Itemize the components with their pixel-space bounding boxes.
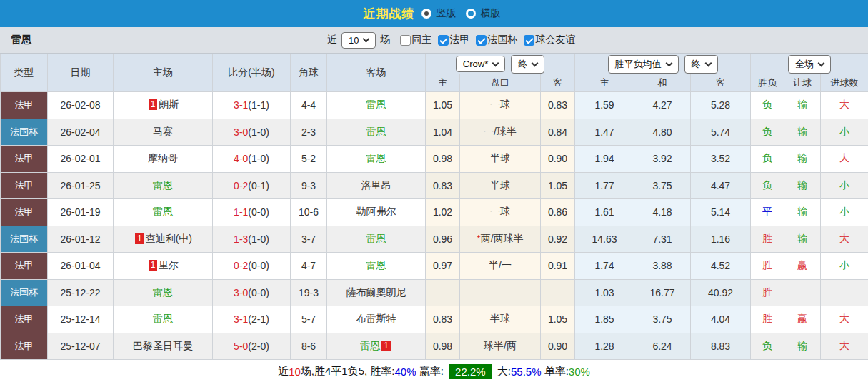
halftime-score: (0-0)	[248, 260, 269, 271]
subheader-goals: 进球数	[821, 74, 868, 92]
red-card-badge: 1	[135, 233, 144, 244]
table-row: 法甲26-01-041里尔0-2(0-0)4-7雷恩0.97半/一0.911.7…	[1, 253, 868, 280]
away-team: 薩布爾奧朗尼	[327, 279, 426, 306]
odds-away-cell: 0.83	[541, 92, 575, 119]
avg-lose-cell: 3.52	[691, 146, 751, 173]
competition-type-badge: 法甲	[1, 333, 48, 360]
avg-lose-cell: 4.04	[691, 306, 751, 333]
handicap-value: 球半/两	[484, 340, 517, 351]
score-cell: 4-0(1-0)	[213, 146, 291, 173]
handicap-result-cell: 赢	[784, 253, 821, 280]
goals-total-cell: 小	[821, 119, 868, 146]
odds-away-cell: 1.05	[541, 306, 575, 333]
home-team-name: 雷恩	[153, 313, 173, 324]
checkbox-label-法甲[interactable]: 法甲	[449, 34, 469, 46]
header-type: 类型	[1, 54, 48, 92]
corners-cell: 3-7	[291, 226, 327, 253]
header-date: 日期	[48, 54, 114, 92]
goals-total-cell: 大	[821, 333, 868, 360]
handicap-cell: 一/球半	[460, 119, 541, 146]
goals-total-cell	[821, 279, 868, 306]
competition-type-badge: 法国杯	[1, 279, 48, 306]
red-card-badge: 1	[149, 99, 158, 110]
score-cell: 5-0(2-0)	[213, 333, 291, 360]
fulltime-score: 1-3	[234, 233, 248, 245]
vertical-view-label[interactable]: 竖版	[437, 7, 457, 20]
table-row: 法甲26-02-081朗斯3-1(1-1)4-4雷恩1.05一球0.831.59…	[1, 92, 868, 119]
avg-draw-cell: 4.80	[634, 119, 691, 146]
odds-away-cell: 0.91	[541, 253, 575, 280]
home-team-name: 马赛	[153, 126, 173, 137]
handicap-result-cell: 赢	[784, 306, 821, 333]
avg-lose-cell: 1.16	[691, 226, 751, 253]
fulltime-score: 3-1	[234, 313, 248, 325]
corners-cell: 4-7	[291, 253, 327, 280]
handicap-value: 半球	[490, 313, 510, 324]
subheader-avg-away: 客	[691, 74, 751, 92]
match-date: 26-02-01	[48, 146, 114, 173]
home-team: 1查迪利(中)	[114, 226, 213, 253]
home-team: 雷恩	[114, 172, 213, 199]
avg-draw-cell: 3.92	[634, 146, 691, 173]
handicap-result-cell: 输	[784, 119, 821, 146]
handicap-value: 半/一	[489, 259, 512, 271]
checkbox-label-法国杯[interactable]: 法国杯	[487, 34, 517, 46]
checkbox-法国杯[interactable]	[476, 35, 487, 46]
summary-segment: 场,胜4平1负5, 胜率:	[301, 365, 395, 378]
horizontal-view-radio[interactable]	[466, 9, 476, 19]
checkbox-group-同主: 同主	[400, 34, 431, 46]
bookmaker-select[interactable]: Crow*	[456, 56, 505, 72]
avg-draw-cell: 6.24	[634, 333, 691, 360]
avg-win-cell: 1.74	[575, 253, 634, 280]
period-select-value: 全场	[795, 58, 814, 71]
avg-odds-select[interactable]: 胜平负均值	[608, 55, 679, 74]
avg-time-select[interactable]: 终	[684, 55, 718, 74]
halftime-score: (1-0)	[248, 153, 269, 164]
corners-cell: 2-3	[291, 119, 327, 146]
handicap-result-cell: 输	[784, 172, 821, 199]
avg-win-cell: 1.94	[575, 146, 634, 173]
odds-time-select[interactable]: 终	[511, 55, 544, 74]
handicap-value: 一球	[490, 206, 510, 217]
competition-type-badge: 法国杯	[1, 119, 48, 146]
corners-cell: 19-3	[291, 279, 327, 306]
checkbox-label-同主[interactable]: 同主	[411, 34, 431, 46]
outcome-cell: 胜	[751, 279, 784, 306]
summary-segment: 22.2%	[449, 364, 492, 379]
home-team: 雷恩	[114, 199, 213, 226]
avg-lose-cell: 8.83	[691, 333, 751, 360]
competition-type-badge: 法甲	[1, 199, 48, 226]
goals-total-cell: 大	[821, 146, 868, 173]
halftime-score: (2-0)	[248, 341, 269, 352]
home-team: 1里尔	[114, 253, 213, 280]
checkbox-法甲[interactable]	[438, 35, 449, 46]
summary-segment: 近	[278, 365, 289, 378]
away-team: 雷恩	[327, 119, 426, 146]
period-select[interactable]: 全场	[788, 55, 831, 74]
halftime-score: (0-0)	[248, 287, 269, 298]
checkbox-同主[interactable]	[400, 35, 411, 46]
checkbox-label-球会友谊[interactable]: 球会友谊	[535, 34, 575, 46]
title-bar: 近期战绩 竖版 横版	[0, 0, 868, 27]
handicap-result-cell	[784, 279, 821, 306]
corners-cell: 9-3	[291, 172, 327, 199]
avg-win-cell: 14.63	[575, 226, 634, 253]
home-team: 摩纳哥	[114, 146, 213, 173]
avg-win-cell: 1.28	[575, 333, 634, 360]
avg-win-cell: 1.03	[575, 279, 634, 306]
table-row: 法国杯25-12-22雷恩3-0(0-0)19-3薩布爾奧朗尼1.0316.77…	[1, 279, 868, 306]
filter-controls: 近 10 场 同主法甲法国杯球会友谊	[327, 27, 575, 53]
home-team-name: 查迪利(中)	[146, 233, 192, 244]
vertical-view-radio[interactable]	[421, 9, 431, 19]
halftime-score: (0-0)	[248, 206, 269, 218]
odds-home-cell: 0.96	[426, 226, 460, 253]
subheader-odds-away: 客	[541, 74, 575, 92]
summary-segment: 30%	[569, 366, 590, 378]
games-count-select[interactable]: 10	[341, 32, 376, 49]
home-team: 雷恩	[114, 279, 213, 306]
horizontal-view-label[interactable]: 横版	[481, 7, 501, 20]
handicap-cell: 一球	[460, 92, 541, 119]
avg-win-cell: 1.61	[575, 199, 634, 226]
away-team-name: 雷恩	[366, 259, 386, 271]
checkbox-球会友谊[interactable]	[524, 35, 534, 46]
